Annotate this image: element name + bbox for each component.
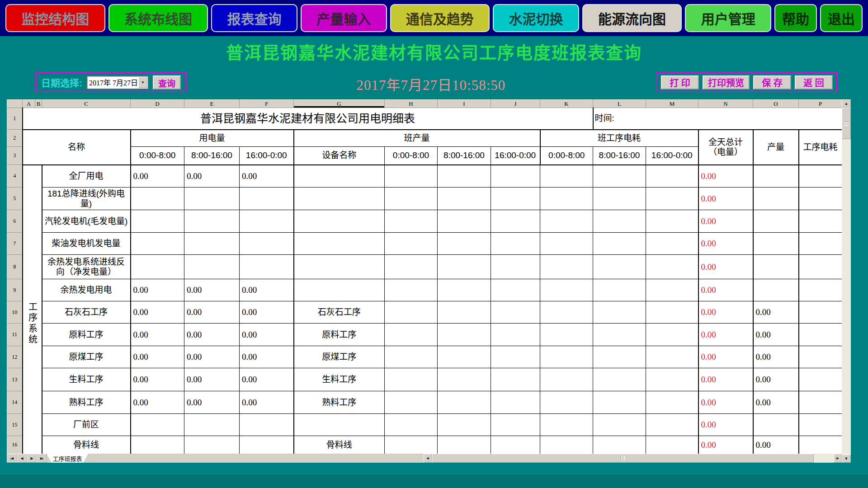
sheet-cell[interactable] — [385, 255, 438, 279]
sheet-cell[interactable] — [646, 279, 698, 301]
sheet-cell[interactable]: 班产量 — [294, 130, 540, 147]
nav-button-3[interactable]: 报表查询 — [211, 4, 297, 32]
sheet-cell[interactable]: 用电量 — [131, 130, 294, 147]
sheet-cell[interactable]: 时间: — [593, 108, 842, 130]
column-header-i[interactable]: I — [438, 100, 491, 108]
sheet-cell[interactable]: 181总降进线(外购电量) — [42, 188, 131, 210]
sheet-cell[interactable] — [385, 188, 438, 210]
column-header-j[interactable]: J — [491, 100, 540, 108]
sheet-cell[interactable] — [438, 436, 491, 454]
sheet-cell[interactable]: 0.00 — [240, 346, 294, 368]
sheet-cell[interactable]: 余热发电用电 — [42, 279, 131, 301]
sheet-cell[interactable] — [799, 301, 842, 324]
sheet-cell[interactable]: 生料工序 — [42, 368, 131, 391]
sheet-cell[interactable] — [240, 436, 294, 454]
sheet-cell[interactable] — [294, 188, 385, 210]
sheet-cell[interactable] — [646, 346, 698, 368]
column-header-e[interactable]: E — [184, 100, 240, 108]
sheet-cell[interactable] — [799, 368, 842, 391]
sheet-cell[interactable] — [385, 233, 438, 255]
sheet-cell[interactable] — [646, 414, 698, 436]
sheet-cell[interactable] — [540, 279, 593, 301]
sheet-cell[interactable] — [593, 255, 646, 279]
scroll-up-icon[interactable]: ▲ — [842, 99, 851, 108]
sheet-cell[interactable]: 骨料线 — [294, 436, 385, 454]
sheet-cell[interactable] — [540, 188, 593, 210]
sheet-cell[interactable] — [491, 279, 540, 301]
sheet-cell[interactable] — [540, 210, 593, 233]
sheet-cell[interactable] — [799, 436, 842, 454]
sheet-cell[interactable] — [240, 210, 294, 233]
nav-button-10[interactable]: 退出 — [820, 4, 863, 32]
sheet-cell[interactable] — [385, 346, 438, 368]
sheet-cell[interactable] — [184, 210, 240, 233]
column-header-n[interactable]: N — [698, 100, 753, 108]
sheet-cell[interactable] — [646, 368, 698, 391]
sheet-cell[interactable]: 全天总计（电量） — [698, 130, 753, 165]
sheet-cell[interactable]: 0.00 — [131, 279, 184, 301]
sheet-cell[interactable]: 0.00 — [753, 368, 799, 391]
vertical-scrollbar[interactable]: ▲ ▼ — [842, 99, 851, 463]
row-header-14[interactable]: 14 — [7, 391, 23, 414]
sheet-cell[interactable] — [438, 233, 491, 255]
row-header-8[interactable]: 8 — [7, 255, 23, 279]
sheet-cell[interactable]: 16:00-0:00 — [491, 147, 540, 165]
sheet-cell[interactable] — [593, 188, 646, 210]
sheet-cell[interactable]: 0.00 — [240, 324, 294, 346]
sheet-cell[interactable] — [593, 414, 646, 436]
sheet-cell[interactable] — [385, 210, 438, 233]
sheet-cell[interactable]: 石灰石工序 — [42, 301, 131, 324]
sheet-cell[interactable]: 0.00 — [240, 391, 294, 414]
sheet-cell[interactable]: 普洱昆钢嘉华水泥建材有限公司用电明细表 — [23, 108, 593, 130]
sheet-cell[interactable] — [646, 324, 698, 346]
sheet-cell[interactable]: 0:00-8:00 — [131, 147, 184, 165]
scroll-left-icon[interactable]: ◄ — [424, 454, 432, 463]
sheet-cell[interactable] — [593, 346, 646, 368]
column-header-c[interactable]: C — [42, 100, 131, 108]
sheet-cell[interactable]: 16:00-0:00 — [240, 147, 294, 165]
action-button-2[interactable]: 打印预览 — [703, 75, 750, 89]
sheet-cell[interactable] — [294, 210, 385, 233]
sheet-cell[interactable] — [540, 414, 593, 436]
sheet-cell[interactable] — [753, 279, 799, 301]
sheet-cell[interactable] — [540, 324, 593, 346]
sheet-cell[interactable] — [646, 391, 698, 414]
sheet-cell[interactable] — [294, 255, 385, 279]
sheet-cell[interactable] — [646, 436, 698, 454]
sheet-cell[interactable]: 0.00 — [698, 255, 753, 279]
sheet-cell[interactable] — [491, 165, 540, 188]
next-sheet-icon[interactable]: ▶ — [27, 454, 37, 463]
nav-button-9[interactable]: 帮助 — [774, 4, 817, 32]
sheet-cell[interactable] — [540, 165, 593, 188]
sheet-cell[interactable]: 0:00-8:00 — [540, 147, 593, 165]
sheet-cell[interactable] — [753, 233, 799, 255]
sheet-cell[interactable] — [799, 414, 842, 436]
sheet-cell[interactable] — [799, 346, 842, 368]
sheet-cell[interactable]: 工序电耗 — [799, 130, 842, 165]
sheet-cell[interactable]: 0.00 — [698, 436, 753, 454]
sheet-cell[interactable]: 0.00 — [184, 391, 240, 414]
sheet-cell[interactable] — [438, 210, 491, 233]
sheet-cell[interactable] — [540, 301, 593, 324]
sheet-cell[interactable] — [593, 368, 646, 391]
sheet-cell[interactable] — [131, 233, 184, 255]
sheet-cell[interactable]: 0.00 — [184, 301, 240, 324]
sheet-cell[interactable]: 0.00 — [698, 368, 753, 391]
sheet-cell[interactable]: 0.00 — [698, 233, 753, 255]
row-header-9[interactable]: 9 — [7, 279, 23, 301]
sheet-cell[interactable] — [385, 279, 438, 301]
sheet-cell[interactable]: 0.00 — [753, 436, 799, 454]
column-header-p[interactable]: P — [799, 100, 842, 108]
date-dropdown[interactable]: 2017年 7月27日 ▼ — [87, 76, 148, 89]
sheet-cell[interactable] — [131, 414, 184, 436]
column-header-g[interactable]: G — [294, 100, 385, 108]
sheet-cell[interactable]: 骨料线 — [42, 436, 131, 454]
sheet-cell[interactable] — [184, 233, 240, 255]
first-sheet-icon[interactable]: |◀ — [7, 454, 17, 463]
horizontal-scroll-channel[interactable] — [814, 454, 834, 463]
nav-button-1[interactable]: 监控结构图 — [5, 4, 105, 32]
sheet-cell[interactable] — [646, 255, 698, 279]
column-header-a[interactable]: A — [23, 100, 35, 108]
column-header-l[interactable]: L — [593, 100, 646, 108]
sheet-cell[interactable] — [385, 368, 438, 391]
